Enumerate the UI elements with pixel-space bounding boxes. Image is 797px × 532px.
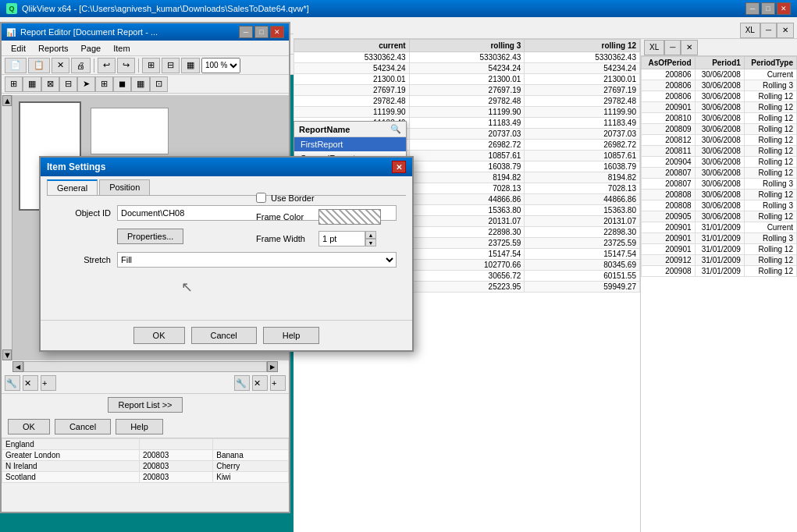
right-settings-panel: Use Border Frame Color Frame Width ▲ ▼ (256, 193, 397, 253)
spin-down-btn[interactable]: ▼ (365, 239, 376, 246)
stretch-row: Stretch Fill Keep Aspect Stretch (56, 252, 397, 268)
use-border-checkbox[interactable] (256, 193, 266, 203)
dialog-title-text: Item Settings (47, 161, 105, 172)
dialog-title-bar: Item Settings ✕ (41, 158, 412, 176)
item-settings-dialog: Item Settings ✕ General Position Object … (39, 156, 414, 352)
dialog-footer: OK Cancel Help (41, 320, 412, 350)
dialog-close-button[interactable]: ✕ (392, 161, 406, 173)
cursor-indicator: ↖ (181, 278, 193, 296)
dialog-help-button[interactable]: Help (263, 327, 320, 344)
stretch-label: Stretch (56, 255, 111, 264)
dialog-cancel-button[interactable]: Cancel (191, 327, 257, 344)
frame-color-swatch[interactable] (318, 209, 381, 225)
use-border-label: Use Border (271, 193, 315, 203)
frame-width-input[interactable] (318, 231, 365, 246)
tab-general[interactable]: General (47, 179, 98, 195)
use-border-row: Use Border (256, 193, 397, 203)
stretch-select[interactable]: Fill Keep Aspect Stretch (117, 252, 397, 268)
properties-button[interactable]: Properties... (117, 229, 183, 244)
spin-up-btn[interactable]: ▲ (365, 231, 376, 239)
frame-color-label: Frame Color (256, 212, 318, 222)
frame-width-row: Frame Width ▲ ▼ (256, 231, 397, 246)
tab-position[interactable]: Position (99, 179, 150, 195)
object-id-label: Object ID (56, 208, 111, 218)
dialog-overlay: Item Settings ✕ General Position Object … (0, 0, 797, 532)
frame-width-spinner[interactable]: ▲ ▼ (365, 231, 376, 246)
dialog-content: Object ID Properties... Stretch Fill Kee… (47, 195, 406, 320)
dialog-ok-button[interactable]: OK (133, 327, 185, 344)
frame-color-row: Frame Color (256, 209, 397, 225)
frame-width-label: Frame Width (256, 234, 318, 243)
